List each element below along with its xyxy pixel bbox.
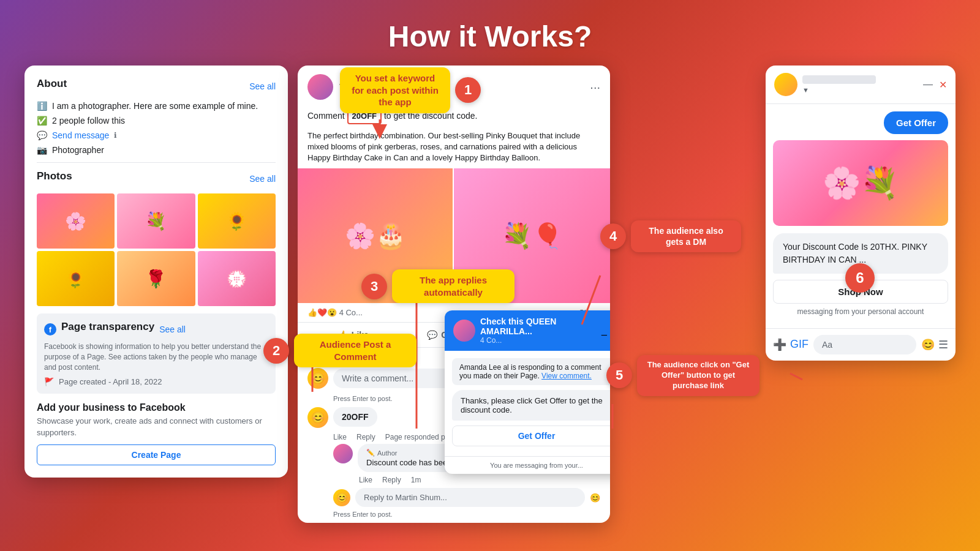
chat-popup-controls: _ ✕	[601, 325, 610, 337]
post-description: The perfect birthday combination. Our be…	[298, 130, 610, 169]
reaction-count: 4 Co...	[339, 308, 363, 317]
chat-popup-mid: Check this QUEEN AMARILLA... 4 Co... _ ✕…	[445, 310, 610, 474]
flag-icon: 🚩	[44, 377, 54, 386]
about-item-4: 📷 Photographer	[37, 145, 276, 155]
comment-icon: 💬	[427, 330, 437, 340]
transparency-title: Page transparency	[61, 321, 154, 333]
ann-5-label: The audience click on "Get Offer" button…	[647, 360, 750, 390]
poster-avatar	[307, 74, 333, 100]
photo-thumb-1[interactable]: 🌸	[37, 193, 115, 249]
author-avatar	[333, 444, 353, 463]
reply-actions-row: Like Reply 1m	[307, 476, 600, 484]
transparency-body: Facebook is showing information to help …	[44, 342, 268, 372]
dm-left-icons: ➕ GIF	[773, 338, 809, 351]
photo-thumb-3[interactable]: 🌻	[198, 193, 276, 249]
facebook-sidebar: About See all ℹ️ I am a photographer. He…	[24, 66, 288, 478]
dm-controls: — ✕	[923, 79, 947, 91]
dm-header: ▼ — ✕	[766, 66, 956, 104]
dm-plus-icon[interactable]: ➕	[773, 338, 786, 351]
view-comment-link[interactable]: View comment.	[541, 372, 592, 380]
reply-input-row: 😊 Reply to Martin Shum... 😊	[333, 488, 600, 507]
about-text-4: Photographer	[52, 145, 104, 155]
dm-minimize-icon[interactable]: —	[923, 79, 933, 91]
photo-thumb-2[interactable]: 💐	[117, 193, 195, 249]
annotation-3: 3 The app replies automatically	[361, 269, 514, 303]
comment-keyword-text: 20OFF	[333, 407, 377, 427]
about-item-3: 💬 Send message ℹ	[37, 130, 276, 140]
photos-grid: 🌸 💐 🌻 🌻 🌹 💮	[37, 193, 276, 306]
annotation-number-6: 6	[845, 263, 875, 293]
page-title: How it Works?	[0, 0, 980, 66]
annotation-number-4: 4	[600, 223, 626, 249]
page-transparency-section: f Page transparency See all Facebook is …	[37, 313, 276, 394]
chat-get-offer-button[interactable]: Get Offer	[452, 425, 610, 446]
dm-gif-icon[interactable]: GIF	[790, 338, 809, 351]
dm-name-area: ▼	[802, 75, 918, 94]
info-icon: ℹ️	[37, 101, 47, 111]
photos-section-header: Photos See all	[37, 170, 276, 187]
dm-input-area: ➕ GIF Aa 😊 ☰	[766, 328, 956, 361]
transparency-see-all[interactable]: See all	[159, 324, 186, 334]
dm-panel: ▼ — ✕ Get Offer 🌸💐 Your Discount Code Is…	[766, 66, 956, 361]
photos-title: Photos	[37, 170, 72, 182]
reply-like-action[interactable]: Like	[359, 476, 372, 484]
photo-thumb-5[interactable]: 🌹	[117, 251, 195, 306]
reply-time: 1m	[411, 476, 421, 484]
annotation-bubble-5: The audience click on "Get Offer" button…	[637, 355, 760, 396]
dm-more-icon[interactable]: ☰	[938, 338, 948, 351]
reply-reply-action[interactable]: Reply	[382, 476, 401, 484]
about-section-header: About See all	[37, 78, 276, 95]
annotation-number-3: 3	[361, 274, 387, 299]
photo-thumb-4[interactable]: 🌻	[37, 251, 115, 306]
camera-icon: 📷	[37, 145, 47, 155]
create-page-button[interactable]: Create Page	[37, 444, 276, 465]
about-item-1: ℹ️ I am a photographer. Here are some ex…	[37, 101, 276, 111]
reply-input[interactable]: Reply to Martin Shum...	[355, 488, 585, 507]
dm-close-icon[interactable]: ✕	[939, 79, 947, 91]
annotation-number-5: 5	[606, 362, 632, 388]
ann-4-label: The audience also gets a DM	[649, 226, 723, 247]
annotation-5: 5 The audience click on "Get Offer" butt…	[606, 355, 760, 396]
chat-minimize-icon[interactable]: _	[601, 325, 607, 337]
ann-2-label: Audience Post a Comment	[320, 339, 391, 362]
post-more-button[interactable]: ···	[590, 80, 600, 94]
info-icon-2: ℹ	[114, 131, 117, 140]
dm-avatar	[774, 73, 797, 96]
commenter-avatar: 😊	[307, 407, 328, 428]
chat-msg-area: Amanda Lee al is responding to a comment…	[445, 351, 610, 456]
annotation-bubble-3: The app replies automatically	[392, 269, 514, 303]
ann-3-label: The app replies automatically	[420, 275, 487, 298]
photo-thumb-6[interactable]: 💮	[198, 251, 276, 306]
dm-right-icons: 😊 ☰	[921, 338, 948, 351]
dm-emoji-icon[interactable]: 😊	[921, 338, 935, 351]
page-created: 🚩 Page created - April 18, 2022	[44, 377, 268, 386]
chat-header-name: Check this QUEEN AMARILLA...	[480, 317, 597, 336]
dm-get-offer-button[interactable]: Get Offer	[884, 111, 948, 134]
about-text-2: 2 people follow this	[52, 116, 125, 126]
about-see-all[interactable]: See all	[249, 81, 276, 91]
annotation-4: 4 The audience also gets a DM	[600, 220, 741, 252]
annotation-6: 6	[845, 263, 875, 293]
ann-1-label: You set a keyword for each post within t…	[352, 73, 439, 107]
reply-avatar: 😊	[333, 489, 350, 506]
dm-expand-icon[interactable]: ▼	[802, 86, 809, 94]
add-business-text: Showcase your work, create ads and conne…	[37, 416, 276, 438]
annotation-2: 2 Audience Post a Comment	[263, 334, 417, 367]
like-action[interactable]: Like	[333, 433, 347, 441]
chat-header-status: 4 Co...	[480, 336, 597, 345]
send-message-link[interactable]: Send message	[52, 130, 109, 140]
message-icon: 💬	[37, 130, 47, 140]
chat-popup-header: Check this QUEEN AMARILLA... 4 Co... _ ✕	[445, 310, 610, 351]
dm-text-input[interactable]: Aa	[813, 335, 916, 354]
photos-see-all[interactable]: See all	[249, 174, 276, 184]
dm-flower-image: 🌸💐	[773, 140, 948, 226]
about-text-1: I am a photographer. Here are some examp…	[52, 101, 258, 111]
chat-header-avatar	[453, 320, 475, 342]
divider-1	[37, 162, 276, 163]
annotation-bubble-1: You set a keyword for each post within t…	[340, 67, 450, 113]
annotation-number-2: 2	[263, 338, 289, 364]
about-item-2: ✅ 2 people follow this	[37, 116, 276, 126]
reply-action[interactable]: Reply	[356, 433, 375, 441]
dm-message-area: Get Offer 🌸💐 Your Discount Code Is 20THX…	[766, 104, 956, 328]
check-icon: ✅	[37, 116, 47, 126]
